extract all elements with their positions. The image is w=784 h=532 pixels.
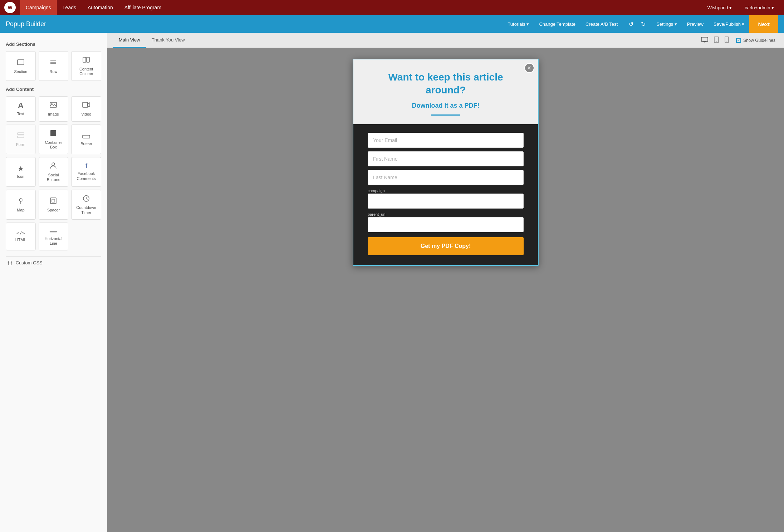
widget-image[interactable]: Image bbox=[39, 96, 69, 121]
container-box-icon bbox=[49, 129, 57, 138]
show-guidelines-toggle[interactable]: ✓ Show Guidelines bbox=[733, 38, 778, 43]
content-grid: A Text Image Video bbox=[6, 96, 101, 250]
canvas-area: Main View Thank You View ✓ Show Guidelin… bbox=[107, 33, 784, 532]
social-buttons-icon bbox=[49, 162, 57, 171]
nav-item-automation[interactable]: Automation bbox=[82, 0, 119, 15]
svg-point-23 bbox=[726, 42, 727, 42]
widget-section-label: Section bbox=[14, 69, 27, 74]
widget-video-label: Video bbox=[81, 112, 91, 117]
custom-css-bar[interactable]: {} Custom CSS bbox=[6, 256, 101, 269]
settings-button[interactable]: Settings ▾ bbox=[651, 15, 682, 33]
widget-container-box[interactable]: Container Box bbox=[39, 125, 69, 154]
nav-item-campaigns[interactable]: Campaigns bbox=[20, 0, 57, 15]
undo-button[interactable]: ↺ bbox=[626, 19, 636, 29]
svg-rect-8 bbox=[83, 102, 88, 107]
widget-countdown[interactable]: Countdown Timer bbox=[71, 190, 101, 219]
lastname-input[interactable] bbox=[368, 170, 524, 185]
sidebar: Add Sections Section Row Content Column bbox=[0, 33, 107, 532]
nav-admin[interactable]: carlo+admin ▾ bbox=[739, 0, 780, 15]
svg-rect-11 bbox=[50, 130, 56, 136]
tutorials-button[interactable]: Tutorials ▾ bbox=[503, 15, 534, 33]
nav-wishpond[interactable]: Wishpond ▾ bbox=[702, 0, 738, 15]
widget-form[interactable]: Form bbox=[6, 125, 36, 154]
add-content-title: Add Content bbox=[6, 87, 101, 92]
widget-horizontal-line[interactable]: Horizontal Line bbox=[39, 223, 69, 250]
submit-button[interactable]: Get my PDF Copy! bbox=[368, 237, 524, 255]
countdown-icon bbox=[82, 194, 90, 203]
top-navigation: W Campaigns Leads Automation Affiliate P… bbox=[0, 0, 784, 15]
popup-close-button[interactable]: ✕ bbox=[524, 63, 534, 73]
svg-rect-19 bbox=[701, 37, 708, 42]
create-ab-button[interactable]: Create A/B Test bbox=[580, 15, 623, 33]
parent-url-label: parent_url bbox=[368, 212, 524, 216]
widget-video[interactable]: Video bbox=[71, 96, 101, 121]
svg-rect-9 bbox=[18, 133, 24, 135]
next-button[interactable]: Next bbox=[749, 15, 778, 33]
parent-url-field-group: parent_url bbox=[368, 212, 524, 232]
facebook-comments-icon: f bbox=[85, 163, 87, 169]
add-sections-title: Add Sections bbox=[6, 42, 101, 47]
widget-image-label: Image bbox=[48, 112, 59, 117]
widget-container-box-label: Container Box bbox=[42, 140, 65, 150]
tab-thank-you-view[interactable]: Thank You View bbox=[146, 33, 191, 48]
parent-url-input[interactable] bbox=[368, 217, 524, 232]
tab-main-view[interactable]: Main View bbox=[113, 33, 146, 48]
view-tabs: Main View Thank You View ✓ Show Guidelin… bbox=[107, 33, 784, 48]
widget-section[interactable]: Section bbox=[6, 51, 36, 81]
custom-css-icon: {} bbox=[7, 260, 13, 265]
sections-grid: Section Row Content Column bbox=[6, 51, 101, 81]
map-icon bbox=[17, 197, 25, 206]
popup-divider bbox=[431, 114, 460, 116]
widget-button[interactable]: Button bbox=[71, 125, 101, 154]
save-publish-button[interactable]: Save/Publish ▾ bbox=[709, 15, 750, 33]
widget-button-label: Button bbox=[80, 142, 92, 146]
svg-rect-10 bbox=[18, 136, 24, 138]
svg-rect-16 bbox=[52, 199, 55, 202]
custom-css-label: Custom CSS bbox=[16, 260, 43, 265]
widget-row[interactable]: Row bbox=[39, 51, 69, 81]
popup-bottom-section: campaign parent_url Get my PDF Copy! bbox=[353, 124, 538, 265]
form-icon bbox=[17, 131, 25, 140]
html-icon: </> bbox=[16, 231, 25, 235]
widget-content-column[interactable]: Content Column bbox=[71, 51, 101, 81]
email-input[interactable] bbox=[368, 133, 524, 148]
change-template-button[interactable]: Change Template bbox=[534, 15, 580, 33]
preview-button[interactable]: Preview bbox=[682, 15, 709, 33]
main-layout: Add Sections Section Row Content Column bbox=[0, 33, 784, 532]
widget-text-label: Text bbox=[17, 112, 24, 116]
tablet-icon[interactable] bbox=[712, 35, 720, 46]
spacer-icon bbox=[49, 197, 57, 206]
popup-container: ✕ Want to keep this article around? Down… bbox=[353, 59, 539, 266]
campaign-input[interactable] bbox=[368, 194, 524, 209]
widget-social-buttons[interactable]: Social Buttons bbox=[39, 157, 69, 187]
widget-text[interactable]: A Text bbox=[6, 96, 36, 121]
desktop-icon[interactable] bbox=[700, 35, 710, 45]
show-guidelines-checkbox[interactable]: ✓ bbox=[736, 38, 741, 43]
mobile-icon[interactable] bbox=[723, 35, 730, 46]
device-icons: ✓ Show Guidelines bbox=[700, 35, 778, 46]
image-icon bbox=[49, 101, 57, 110]
nav-item-leads[interactable]: Leads bbox=[57, 0, 82, 15]
section-icon bbox=[17, 58, 25, 67]
firstname-input[interactable] bbox=[368, 151, 524, 166]
logo[interactable]: W bbox=[4, 2, 16, 13]
widget-facebook-comments[interactable]: f Facebook Comments bbox=[71, 157, 101, 187]
nav-right-items: Wishpond ▾ carlo+admin ▾ bbox=[702, 0, 780, 15]
widget-icon[interactable]: ★ Icon bbox=[6, 157, 36, 187]
show-guidelines-label: Show Guidelines bbox=[743, 38, 775, 43]
nav-item-affiliate[interactable]: Affiliate Program bbox=[119, 0, 167, 15]
popup-top-section: Want to keep this article around? Downlo… bbox=[353, 59, 538, 124]
widget-map[interactable]: Map bbox=[6, 190, 36, 219]
popup-subheadline: Download it as a PDF! bbox=[368, 102, 524, 109]
svg-point-7 bbox=[52, 103, 53, 104]
svg-point-14 bbox=[19, 199, 22, 201]
svg-point-13 bbox=[52, 163, 55, 166]
horizontal-line-icon bbox=[49, 227, 57, 234]
redo-button[interactable]: ↻ bbox=[638, 19, 648, 29]
widget-spacer[interactable]: Spacer bbox=[39, 190, 69, 219]
popup-headline: Want to keep this article around? bbox=[368, 71, 524, 97]
widget-html[interactable]: </> HTML bbox=[6, 223, 36, 250]
builder-header: Popup Builder Tutorials ▾ Change Templat… bbox=[0, 15, 784, 33]
row-icon bbox=[49, 58, 57, 67]
svg-rect-15 bbox=[50, 198, 56, 204]
